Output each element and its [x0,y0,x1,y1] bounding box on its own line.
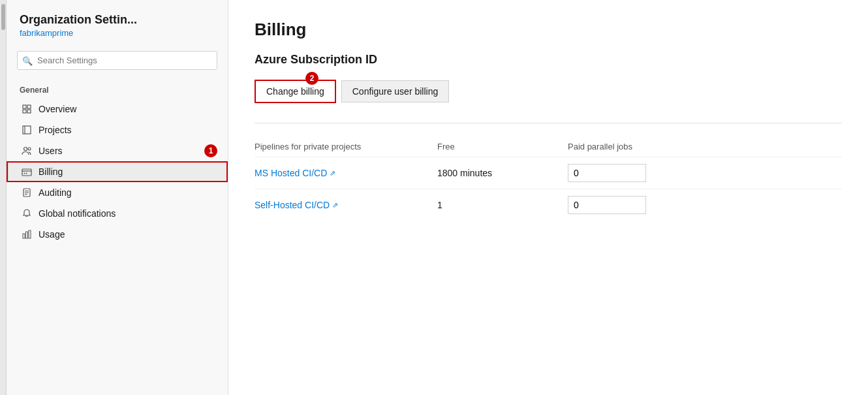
row1-name[interactable]: MS Hosted CI/CD ⇗ [255,168,437,178]
sidebar-header: Organization Settin... fabrikamprime [7,0,228,44]
sidebar: Organization Settin... fabrikamprime 🔍 G… [7,0,228,395]
row1-paid[interactable] [568,164,842,182]
col-header-paid: Paid parallel jobs [568,142,842,151]
self-hosted-link[interactable]: Self-Hosted CI/CD ⇗ [255,200,437,210]
svg-rect-17 [29,230,31,238]
ms-hosted-paid-input[interactable] [568,164,646,182]
col-header-pipelines: Pipelines for private projects [255,142,437,151]
svg-point-9 [24,173,25,174]
sidebar-item-label-global-notifications: Global notifications [39,208,116,219]
table-header: Pipelines for private projects Free Paid… [255,136,842,157]
sidebar-item-label-billing: Billing [39,166,63,177]
auditing-icon [22,187,32,198]
button-row: 2 Change billing Configure user billing [255,80,842,103]
row1-free: 1800 minutes [437,168,568,178]
sidebar-item-billing[interactable]: Billing [7,161,228,182]
sidebar-item-auditing[interactable]: Auditing [7,182,228,203]
divider [255,123,842,123]
sidebar-item-label-auditing: Auditing [39,187,72,198]
row2-paid[interactable] [568,196,842,214]
grid-icon [22,104,32,114]
row2-free: 1 [437,200,568,210]
svg-rect-3 [27,110,31,113]
sidebar-item-global-notifications[interactable]: Global notifications [7,203,228,224]
svg-point-10 [26,173,27,174]
svg-rect-4 [23,126,31,134]
svg-rect-1 [27,105,31,108]
sidebar-item-label-users: Users [39,146,63,156]
users-icon [22,146,32,156]
search-box[interactable]: 🔍 [17,51,217,70]
billing-icon [22,166,32,177]
users-badge: 1 [204,144,217,157]
chart-icon [22,229,32,240]
change-billing-button[interactable]: Change billing [255,80,336,103]
bell-icon [22,208,32,219]
external-link-icon-2: ⇗ [332,201,338,210]
main-content: Billing Azure Subscription ID 2 Change b… [228,0,868,395]
ms-hosted-link[interactable]: MS Hosted CI/CD ⇗ [255,168,437,178]
svg-point-6 [24,148,27,151]
scrollbar-track[interactable] [0,0,7,395]
sidebar-item-users[interactable]: Users 1 [7,140,228,161]
sidebar-item-overview[interactable]: Overview [7,99,228,119]
svg-rect-8 [22,169,31,176]
row2-name[interactable]: Self-Hosted CI/CD ⇗ [255,200,437,210]
scrollbar-thumb[interactable] [1,4,5,30]
external-link-icon-1: ⇗ [330,169,335,178]
svg-rect-0 [23,105,26,108]
svg-point-7 [28,148,31,150]
section-label-general: General [7,80,228,99]
self-hosted-paid-input[interactable] [568,196,646,214]
col-header-free: Free [437,142,568,151]
svg-rect-16 [26,232,28,238]
sidebar-item-label-projects: Projects [39,125,72,135]
sidebar-item-projects[interactable]: Projects [7,119,228,140]
search-input[interactable] [17,51,217,70]
sidebar-item-label-usage: Usage [39,229,65,240]
sidebar-item-label-overview: Overview [39,104,76,114]
search-icon: 🔍 [22,55,33,65]
table-row: MS Hosted CI/CD ⇗ 1800 minutes [255,157,842,189]
section-title: Azure Subscription ID [255,53,842,67]
page-title: Billing [255,20,842,40]
table-row: Self-Hosted CI/CD ⇗ 1 [255,189,842,221]
billing-table: Pipelines for private projects Free Paid… [255,136,842,221]
org-title: Organization Settin... [20,13,215,27]
svg-rect-2 [23,110,26,113]
badge-2: 2 [305,72,318,85]
sidebar-item-usage[interactable]: Usage [7,224,228,245]
org-subtitle: fabrikamprime [20,28,215,38]
project-icon [22,125,32,135]
svg-rect-15 [23,234,25,238]
configure-user-billing-button[interactable]: Configure user billing [341,80,450,103]
